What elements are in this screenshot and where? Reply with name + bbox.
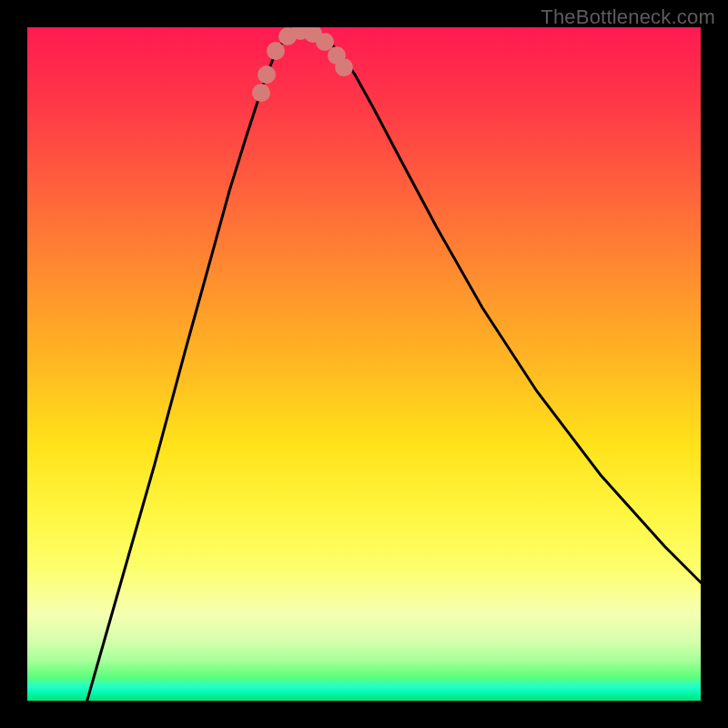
curve-group bbox=[82, 29, 701, 701]
watermark-text: TheBottleneck.com bbox=[541, 5, 715, 29]
chart-svg bbox=[27, 27, 701, 701]
curve-marker bbox=[267, 42, 285, 60]
bottleneck-curve-right bbox=[300, 29, 701, 601]
plot-area bbox=[27, 27, 701, 701]
curve-marker bbox=[335, 58, 353, 76]
chart-frame: TheBottleneck.com bbox=[0, 0, 728, 728]
bottleneck-curve-left bbox=[82, 29, 300, 701]
marker-group bbox=[252, 27, 353, 102]
curve-marker bbox=[252, 84, 270, 102]
curve-marker bbox=[258, 66, 276, 84]
